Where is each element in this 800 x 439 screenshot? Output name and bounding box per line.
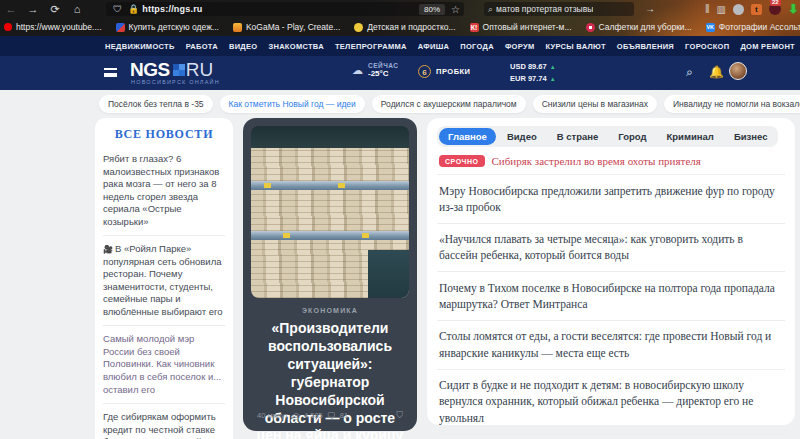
- bookmark-item[interactable]: https://www.youtube....: [4, 22, 102, 32]
- story-views: 4 585: [304, 411, 323, 420]
- browser-chrome: ← → ⟳ ⌂ 🛡 🔒 https://ngs.ru 80% ☆ ⌕ матов…: [0, 0, 800, 36]
- bookmarks-bar: https://www.youtube.... Купить детскую о…: [0, 18, 800, 36]
- vk-icon: VK: [706, 23, 715, 32]
- story-comments[interactable]: 81: [340, 411, 348, 420]
- nav-rabota[interactable]: РАБОТА: [186, 42, 218, 51]
- nav-pogoda[interactable]: ПОГОДА: [460, 42, 494, 51]
- headline-item[interactable]: «Научился плавать за четыре месяца»: как…: [437, 224, 785, 273]
- sidebar-icon[interactable]: ▥: [716, 4, 725, 15]
- story-category[interactable]: ЭКОНОМИКА: [251, 307, 409, 314]
- tab-v-strane[interactable]: В стране: [548, 128, 608, 145]
- topic-chip[interactable]: Посёлок без тепла в -35: [99, 95, 213, 113]
- bookmark-item[interactable]: Детская и подростко...: [354, 22, 455, 32]
- eur-rate: EUR 97.74: [510, 73, 547, 85]
- extension-icon[interactable]: [733, 4, 744, 15]
- main-story-card[interactable]: ЭКОНОМИКА «Производители воспользовались…: [243, 118, 417, 431]
- headline-item[interactable]: «Не думала, что буду ненавидеть его»: си…: [437, 435, 785, 439]
- search-bar[interactable]: ⌕ матов протертая отзывы: [484, 2, 634, 16]
- news-list-item[interactable]: 🎥В «Ройял Парке» популярная сеть обновил…: [103, 235, 225, 325]
- bookmark-item[interactable]: KoGaMa - Play, Create...: [233, 22, 340, 32]
- story-title[interactable]: «Производители воспользовались ситуацией…: [253, 320, 407, 439]
- breaking-headline[interactable]: Сибиряк застрелил во время охоты приятел…: [492, 155, 701, 167]
- nav-dom-remont[interactable]: ДОМ РЕМОНТ: [740, 42, 795, 51]
- toolbar-extensions: ⫼ ▥ t 22 ⬇: [705, 1, 798, 17]
- reload-icon[interactable]: ⟳: [44, 3, 66, 16]
- traffic-score: 6: [418, 65, 431, 78]
- lock-icon[interactable]: 🔒: [128, 4, 139, 14]
- site-header: NGS RU НОВОСИБИРСК ОНЛАЙН ☁ СЕЙЧАС -25°C…: [0, 56, 800, 90]
- topic-chip[interactable]: Как отметить Новый год — идеи: [220, 95, 365, 113]
- kogama-icon: [233, 23, 242, 32]
- forward-icon[interactable]: →: [22, 3, 44, 15]
- go-arrow-icon[interactable]: →: [645, 3, 655, 14]
- all-news-title[interactable]: ВСЕ НОВОСТИ: [103, 127, 225, 142]
- bookmark-item[interactable]: Купить детскую одеж...: [116, 22, 219, 32]
- home-icon[interactable]: ⌂: [66, 3, 88, 15]
- nav-forum[interactable]: ФОРУМ: [505, 42, 535, 51]
- url-text[interactable]: https://ngs.ru: [142, 4, 202, 14]
- bookmark-icon[interactable]: ⛉: [396, 410, 403, 421]
- video-camera-icon: 🎥: [103, 245, 113, 254]
- headline-item[interactable]: Мэру Новосибирска предложили запретить д…: [437, 175, 785, 224]
- adblock-icon[interactable]: 22: [769, 3, 781, 15]
- breaking-news-row[interactable]: СРОЧНО Сибиряк застрелил во время охоты …: [437, 147, 785, 175]
- youtube-icon: [4, 23, 12, 31]
- weather-widget[interactable]: ☁ СЕЙЧАС -25°C: [352, 62, 399, 78]
- tampermonkey-icon[interactable]: t: [751, 4, 762, 15]
- shield-icon[interactable]: 🛡: [113, 4, 122, 14]
- story-time: 40 минут: [257, 411, 288, 420]
- nav-nedvizhimost[interactable]: НЕДВИЖИМОСТЬ: [105, 42, 175, 51]
- topic-chip[interactable]: Инвалиду не помогли на вокзале: [664, 95, 800, 113]
- news-list-item[interactable]: Самый молодой мэр России без своей Полов…: [103, 325, 225, 403]
- news-list-item[interactable]: Рябит в глазах? 6 малоизвестных признако…: [103, 146, 225, 235]
- comments-icon[interactable]: 🗨: [327, 411, 336, 421]
- tab-glavnoe[interactable]: Главное: [439, 128, 496, 145]
- news-list-item[interactable]: Где сибирякам оформить кредит по честной…: [103, 403, 225, 439]
- back-icon[interactable]: ←: [0, 3, 22, 15]
- opt-icon: К!: [470, 23, 479, 32]
- price-tag: [338, 183, 345, 188]
- traffic-widget[interactable]: 6 ПРОБКИ: [418, 65, 471, 78]
- zoom-level-badge[interactable]: 80%: [419, 4, 445, 15]
- tab-biznes[interactable]: Бизнес: [725, 128, 777, 145]
- views-icon: ◎: [292, 411, 300, 421]
- bell-icon[interactable]: 🔔: [709, 65, 724, 79]
- nav-obyavleniya[interactable]: ОБЪЯВЛЕНИЯ: [617, 42, 674, 51]
- story-photo-eggs: [251, 126, 409, 298]
- library-icon[interactable]: ⫼: [705, 3, 710, 15]
- search-query[interactable]: матов протертая отзывы: [496, 4, 593, 14]
- topic-chips-row: Посёлок без тепла в -35 Как отметить Нов…: [0, 90, 800, 118]
- nav-teleprogramma[interactable]: ТЕЛЕПРОГРАММА: [335, 42, 407, 51]
- logo-square-icon: [173, 64, 185, 76]
- topic-chip[interactable]: Снизили цены в магазинах: [533, 95, 657, 113]
- currency-widget[interactable]: USD 89.67▲ EUR 97.74▲: [510, 61, 556, 85]
- download-icon[interactable]: ⬇: [788, 2, 798, 16]
- nav-znakomstva[interactable]: ЗНАКОМСТВА: [268, 42, 323, 51]
- nav-goroskop[interactable]: ГОРОСКОП: [685, 42, 729, 51]
- category-tabs: Главное Видео В стране Город Криминал Би…: [437, 126, 778, 147]
- avatar[interactable]: [729, 62, 747, 80]
- bookmark-item[interactable]: VKФотографии Ассольт...: [706, 22, 800, 32]
- headline-item[interactable]: Сидит в будке и не подходит к детям: в н…: [437, 370, 785, 435]
- shelf-bar: [251, 181, 409, 190]
- headline-item[interactable]: Почему в Тихом поселке в Новосибирске на…: [437, 272, 785, 321]
- menu-icon[interactable]: [104, 68, 117, 77]
- tab-kriminal[interactable]: Криминал: [658, 128, 723, 145]
- topic-chip[interactable]: Родился с акушерским параличом: [372, 95, 526, 113]
- site-logo[interactable]: NGS RU: [130, 61, 213, 78]
- wipes-icon: [586, 23, 595, 32]
- tab-gorod[interactable]: Город: [609, 128, 655, 145]
- nav-afisha[interactable]: АФИША: [418, 42, 449, 51]
- bookmark-item[interactable]: К!Оптовый интернет-м...: [470, 22, 572, 32]
- url-bar[interactable]: 🛡 🔒 https://ngs.ru 80% ☆: [106, 2, 464, 16]
- nav-video[interactable]: ВИДЕО: [229, 42, 258, 51]
- tab-video[interactable]: Видео: [498, 128, 546, 145]
- price-tag: [283, 233, 290, 238]
- bookmark-item[interactable]: Салфетки для уборки...: [586, 22, 692, 32]
- headline-item[interactable]: Столы ломятся от еды, а гости веселятся:…: [437, 321, 785, 370]
- up-caret-icon: ▲: [550, 76, 556, 82]
- nav-kursy-valyut[interactable]: КУРСЫ ВАЛЮТ: [545, 42, 605, 51]
- star-icon[interactable]: ☆: [451, 4, 460, 15]
- traffic-label: ПРОБКИ: [436, 67, 471, 76]
- site-search-icon[interactable]: ⌕: [686, 65, 693, 79]
